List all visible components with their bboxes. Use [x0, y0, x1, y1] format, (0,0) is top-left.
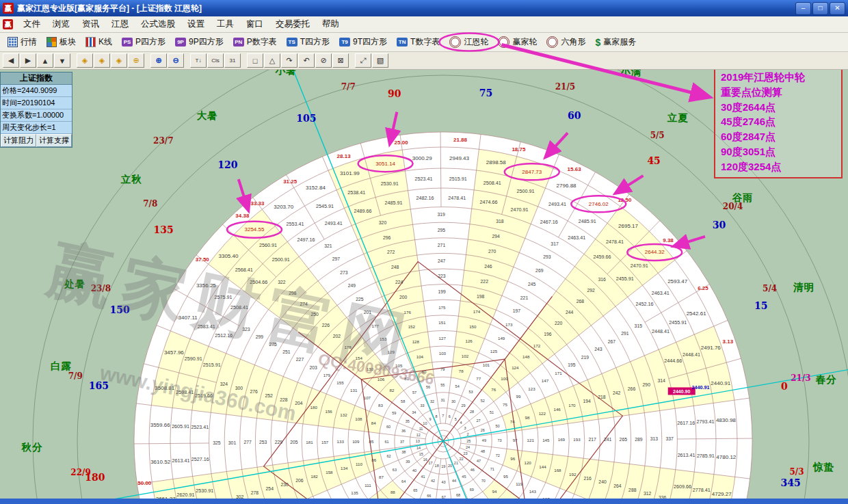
diamond-medium-button[interactable]: ◈ [94, 53, 110, 68]
toolbar-button-gann-wheel[interactable]: 江恩轮 [445, 35, 493, 49]
toolbar-button-t-table[interactable]: TNT数字表 [392, 35, 445, 49]
svg-text:98: 98 [525, 415, 530, 420]
svg-text:2593.47: 2593.47 [667, 278, 687, 284]
svg-text:131: 131 [350, 388, 358, 393]
diamond-small-button[interactable]: ◈ [77, 53, 93, 68]
svg-text:321: 321 [324, 243, 332, 248]
svg-text:2568.41: 2568.41 [235, 267, 253, 273]
info-row-step: 周天变化步长=1 [1, 122, 72, 134]
menu-item-4[interactable]: 公式选股 [135, 16, 181, 32]
menu-item-5[interactable]: 设置 [181, 16, 211, 32]
p-table-icon: PN [233, 38, 244, 47]
svg-text:247: 247 [438, 258, 446, 263]
rect-tool-button[interactable]: □ [247, 53, 263, 68]
calendar-button[interactable]: 31 [224, 53, 241, 68]
menu-item-9[interactable]: 帮助 [316, 16, 345, 32]
svg-text:102: 102 [462, 354, 469, 358]
svg-text:171: 171 [555, 371, 562, 375]
svg-text:217: 217 [588, 437, 596, 442]
svg-text:128: 128 [412, 339, 420, 344]
toolbar-button-p-table[interactable]: PNP数字表 [228, 35, 282, 49]
annotation-line-4: 60度2847点 [721, 129, 836, 144]
svg-text:65: 65 [413, 488, 417, 492]
svg-text:220: 220 [555, 321, 563, 326]
menu-item-6[interactable]: 工具 [211, 16, 240, 32]
window-title: 赢家江恩专业版[赢家服务平台] - [上证指数 江恩轮] [17, 3, 794, 14]
close-button[interactable]: ✕ [830, 2, 845, 15]
rotate-cw-button[interactable]: ↷ [281, 53, 297, 68]
svg-text:345: 345 [781, 477, 801, 488]
svg-text:152: 152 [408, 324, 416, 329]
maximize-button[interactable]: □ [812, 2, 828, 15]
box-x-tool-button[interactable]: ⊠ [332, 53, 349, 68]
circle-tool-button[interactable]: ⊘ [315, 53, 332, 68]
menu-item-8[interactable]: 交易委托 [269, 16, 316, 32]
svg-text:192: 192 [569, 472, 577, 477]
menu-item-2[interactable]: 资讯 [76, 16, 105, 32]
menu-item-7[interactable]: 窗口 [240, 16, 269, 32]
svg-text:清明: 清明 [793, 282, 814, 293]
svg-text:134: 134 [341, 466, 348, 470]
svg-text:158: 158 [326, 470, 333, 475]
svg-text:34: 34 [412, 410, 416, 414]
svg-text:170: 170 [568, 403, 576, 408]
toolbar-button-9p-square[interactable]: 9P9P四方形 [170, 35, 228, 49]
svg-text:46: 46 [471, 468, 475, 472]
toolbar-button-bankuai[interactable]: 板块 [42, 35, 81, 49]
toolbar-button-9t-square[interactable]: T99T四方形 [334, 35, 392, 49]
svg-text:50.00: 50.00 [137, 480, 152, 486]
svg-text:90: 90 [388, 88, 401, 99]
svg-text:2575.91: 2575.91 [214, 294, 232, 300]
svg-text:276: 276 [250, 389, 259, 394]
zoom-out-button[interactable]: ⊖ [168, 53, 184, 68]
svg-text:229: 229 [275, 440, 283, 445]
diamond-large-button[interactable]: ◈ [111, 53, 127, 68]
expand-tool-button[interactable]: ⤢ [355, 53, 371, 68]
crosshair-button[interactable]: ⊕ [128, 53, 144, 68]
svg-text:24: 24 [466, 445, 470, 449]
svg-text:2440.91: 2440.91 [711, 380, 730, 386]
svg-text:2491.76: 2491.76 [701, 345, 721, 351]
svg-text:265: 265 [620, 437, 628, 442]
menu-item-3[interactable]: 江恩 [105, 16, 135, 32]
svg-text:149: 149 [498, 336, 505, 341]
svg-text:150: 150 [110, 304, 130, 315]
bottom-scrollbar[interactable] [0, 499, 848, 504]
rotate-ccw-button[interactable]: ↶ [298, 53, 315, 68]
triangle-tool-button[interactable]: △ [264, 53, 280, 68]
toolbar-button-kxian[interactable]: K线 [81, 35, 117, 49]
toolbar-button-winner-service[interactable]: $赢家服务 [590, 35, 641, 49]
calc-support-button[interactable]: 计算支撑 [36, 134, 72, 147]
main-toolbar: 行情板块K线PSP四方形9P9P四方形PNP数字表TST四方形T99T四方形TN… [0, 33, 848, 52]
svg-text:2613.41: 2613.41 [678, 452, 695, 458]
toolbar-button-t-square[interactable]: TST四方形 [282, 35, 334, 49]
svg-text:221: 221 [520, 295, 529, 300]
pointer-down-button[interactable]: ▼ [54, 53, 70, 68]
hangqing-label: 行情 [21, 36, 37, 48]
svg-text:230: 230 [280, 482, 289, 487]
toolbar-button-hangqing[interactable]: 行情 [3, 35, 42, 49]
pointer-up-button[interactable]: ▲ [37, 53, 53, 68]
minimize-button[interactable]: – [795, 2, 811, 15]
svg-text:73: 73 [497, 438, 501, 442]
select-region-button[interactable]: ▧ [372, 53, 388, 68]
bankuai-label: 板块 [59, 36, 76, 48]
svg-text:74: 74 [510, 419, 515, 424]
zoom-in-button[interactable]: ⊕ [150, 53, 167, 68]
svg-text:109: 109 [352, 439, 360, 444]
toolbar-button-hexagon[interactable]: 六角形 [542, 35, 590, 49]
svg-text:273: 273 [340, 270, 348, 275]
svg-text:2489.66: 2489.66 [354, 208, 372, 214]
tool-t-down-button[interactable]: T↓ [190, 53, 207, 68]
menu-item-1[interactable]: 浏览 [47, 16, 76, 32]
toolbar-button-p-square[interactable]: PSP四方形 [117, 35, 170, 49]
svg-text:72: 72 [496, 453, 500, 457]
menu-item-0[interactable]: 文件 [17, 16, 47, 32]
scroll-left-button[interactable]: ◀ [3, 53, 19, 68]
svg-text:15: 15 [419, 452, 423, 456]
clear-cls-button[interactable]: Cls [207, 53, 224, 68]
svg-text:289: 289 [635, 437, 643, 442]
scroll-right-button[interactable]: ▶ [20, 53, 36, 68]
calc-resistance-button[interactable]: 计算阻力 [1, 134, 36, 147]
toolbar-button-winner-wheel[interactable]: 赢家轮 [493, 35, 542, 49]
